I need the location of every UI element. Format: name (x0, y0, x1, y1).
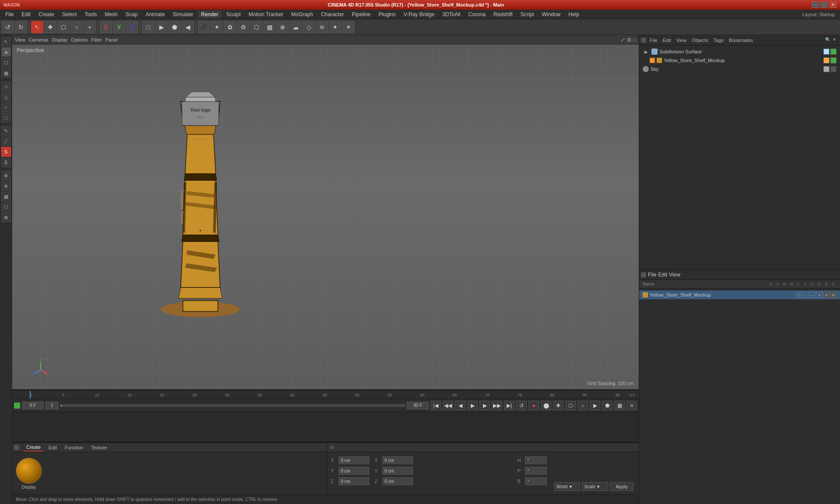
obj-menu-objects[interactable]: Objects (690, 38, 710, 43)
coord-x-input[interactable] (339, 456, 369, 464)
world-dropdown[interactable]: World ▼ (554, 482, 580, 491)
play-back-button[interactable]: ◀◀ (443, 401, 453, 410)
left-tool-11[interactable]: S (1, 147, 11, 157)
select-tool-button[interactable]: ↖ (31, 21, 43, 33)
menu-mesh[interactable]: Mesh (101, 10, 121, 18)
coord-rx-input[interactable] (382, 456, 413, 464)
coord-b-input[interactable] (525, 477, 547, 485)
obj-menu-edit[interactable]: Edit (661, 38, 673, 43)
menu-snap[interactable]: Snap (122, 10, 141, 18)
viewport-canvas[interactable]: Perspective (12, 45, 639, 389)
col-v[interactable]: V (774, 281, 780, 287)
shelf-bottom-ctrl-lock[interactable]: — (809, 292, 816, 298)
maximize-button[interactable]: □ (821, 2, 828, 8)
speed-input[interactable] (46, 402, 59, 410)
left-tool-7[interactable]: ○ (1, 102, 11, 112)
transform-tool-button[interactable]: + (84, 21, 96, 33)
menu-character[interactable]: Character (318, 10, 348, 18)
menu-pipeline[interactable]: Pipeline (348, 10, 374, 18)
tool-14[interactable]: ✦ (329, 21, 341, 33)
menu-motiontracker[interactable]: Motion Tracker (245, 10, 287, 18)
tool-8[interactable]: ⬡ (250, 21, 262, 33)
col-r[interactable]: R (781, 281, 788, 287)
attr-menu-file[interactable]: File (648, 272, 656, 278)
timeline-scrubber[interactable] (60, 404, 405, 407)
left-tool-3[interactable]: ⬡ (1, 58, 11, 67)
left-tool-1[interactable]: ↖ (1, 37, 11, 46)
minimize-button[interactable]: ─ (812, 2, 819, 8)
go-start-button[interactable]: |◀ (430, 401, 441, 410)
viewport-icon-1[interactable]: ⤢ (621, 37, 625, 43)
obj-menu-file[interactable]: File (648, 38, 659, 43)
timeline-btn-5[interactable]: ⬟ (602, 401, 612, 410)
tool-12[interactable]: ◇ (303, 21, 315, 33)
left-tool-12[interactable]: $ (1, 158, 11, 167)
render-button[interactable]: ▶ (155, 21, 168, 33)
menu-animate[interactable]: Animate (142, 10, 168, 18)
tool-5[interactable]: ✦ (211, 21, 223, 33)
viewport-options-menu[interactable]: Options (71, 37, 88, 42)
obj-row-bottom-shelf[interactable]: Yellow_Store_Shelf_Mockup ⬡ ○ — ≡ ↩ H (639, 290, 840, 299)
menu-3dtoall[interactable]: 3DToAll (439, 10, 464, 18)
record-button[interactable]: ● (528, 401, 539, 410)
timeline-btn-3[interactable]: ○ (578, 401, 588, 410)
obj-menu-view[interactable]: View (675, 38, 689, 43)
menu-sculpt[interactable]: Sculpt (223, 10, 244, 18)
col-x[interactable]: X (830, 281, 836, 287)
scrubber-handle[interactable] (61, 405, 62, 406)
viewport-panel-menu[interactable]: Panel (105, 37, 118, 42)
attr-menu-edit[interactable]: Edit (658, 272, 667, 278)
obj-search-icon[interactable]: 🔍 (825, 37, 831, 43)
z-axis-button[interactable]: Z (126, 21, 138, 33)
shelf-bottom-ctrl-render[interactable]: ○ (802, 292, 808, 298)
redo-button[interactable]: ↻ (15, 21, 27, 33)
menu-help[interactable]: Help (565, 10, 583, 18)
menu-file[interactable]: File (2, 10, 17, 18)
col-l[interactable]: L (795, 281, 802, 287)
mat-tab-function[interactable]: Function (62, 444, 86, 451)
end-frame-input[interactable] (407, 402, 429, 410)
obj-filter-icon[interactable]: ▼ (832, 37, 838, 43)
coord-ry-input[interactable] (382, 467, 413, 475)
render-settings-button[interactable]: ◀ (182, 21, 194, 33)
obj-row-subdiv[interactable]: ▶ Subdivision Surface (639, 47, 840, 56)
left-tool-9[interactable]: ✎ (1, 126, 11, 136)
coord-p-input[interactable] (525, 467, 547, 475)
tool-9[interactable]: ▦ (263, 21, 276, 33)
shelf-bottom-ctrl-more[interactable]: ≡ (816, 292, 822, 298)
menu-plugins[interactable]: Plugins (375, 10, 399, 18)
menu-window[interactable]: Window (539, 10, 564, 18)
next-frame-button[interactable]: ▶ (480, 401, 490, 410)
undo-button[interactable]: ↺ (2, 21, 14, 33)
timeline-btn-2[interactable]: ⬡ (565, 401, 576, 410)
play-button[interactable]: ▶ (467, 401, 478, 410)
shelf-bottom-ctrl-eye[interactable]: ⬡ (795, 292, 802, 298)
menu-simulate[interactable]: Simulate (169, 10, 197, 18)
sky-ctrl-1[interactable] (823, 66, 830, 72)
menu-redshift[interactable]: Redshift (490, 10, 516, 18)
timeline-btn-6[interactable]: ▦ (614, 401, 625, 410)
play-forward-button[interactable]: ▶▶ (492, 401, 502, 410)
left-tool-5[interactable]: ◇ (1, 81, 11, 91)
tool-7[interactable]: ⚙ (237, 21, 249, 33)
coord-rz-input[interactable] (382, 477, 413, 485)
menu-vraybridge[interactable]: V-Ray Bridge (400, 10, 438, 18)
menu-script[interactable]: Script (517, 10, 538, 18)
menu-edit[interactable]: Edit (18, 10, 34, 18)
obj-row-shelf[interactable]: L Yellow_Store_Shelf_Mockup (639, 56, 840, 65)
menu-select[interactable]: Select (59, 10, 80, 18)
viewport-cameras-menu[interactable]: Cameras (29, 37, 49, 42)
viewport[interactable]: Perspective (12, 45, 639, 389)
col-s[interactable]: S (767, 281, 774, 287)
timeline-btn-7[interactable]: ≡ (626, 401, 637, 410)
close-button[interactable]: ✕ (830, 2, 836, 8)
left-tool-15[interactable]: ▦ (1, 192, 11, 201)
col-m[interactable]: M (788, 281, 794, 287)
left-tool-6[interactable]: △ (1, 92, 11, 102)
tool-6[interactable]: ✿ (224, 21, 236, 33)
coord-z-input[interactable] (339, 477, 369, 485)
apply-button[interactable]: Apply (610, 482, 634, 491)
viewport-view-menu[interactable]: View (15, 37, 25, 42)
menu-corona[interactable]: Corona (465, 10, 489, 18)
menu-create[interactable]: Create (35, 10, 58, 18)
